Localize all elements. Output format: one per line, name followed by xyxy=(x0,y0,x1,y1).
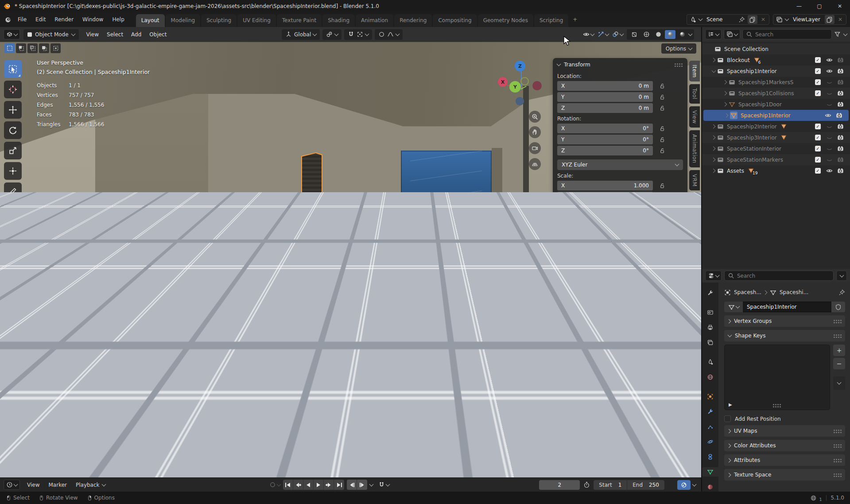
timeline-menu-playback[interactable]: Playback xyxy=(71,480,110,490)
properties-search[interactable] xyxy=(724,271,834,281)
scene-name[interactable]: Scene xyxy=(705,16,736,23)
sidebar-tab-item[interactable]: Item xyxy=(689,61,700,81)
transform-field-rotation-x[interactable]: X0° xyxy=(557,124,653,133)
orientation-dropdown[interactable]: Global xyxy=(282,29,320,40)
transform-field-location-z[interactable]: Z0 m xyxy=(557,103,653,113)
panel-uv-maps[interactable]: UV Maps xyxy=(724,425,845,437)
timeline-snap-dropdown[interactable] xyxy=(378,481,389,488)
exclude-checkbox[interactable]: ✓ xyxy=(815,135,821,140)
outliner-item-label[interactable]: SpaceStationInterior xyxy=(727,146,781,152)
properties-tab-tool[interactable] xyxy=(702,288,718,298)
outliner-item-label[interactable]: Spaceship1Interior xyxy=(741,112,791,119)
shading-solid-button[interactable] xyxy=(653,30,664,39)
shading-dropdown[interactable] xyxy=(688,31,693,36)
camera-render-icon[interactable] xyxy=(837,79,844,85)
tool-transform[interactable] xyxy=(4,162,22,180)
tool-measure[interactable] xyxy=(4,203,22,221)
panel-color-attributes[interactable]: Color Attributes xyxy=(724,440,845,451)
transform-field-scale-x[interactable]: X1.000 xyxy=(557,181,653,190)
viewport-menu-view[interactable]: View xyxy=(82,30,103,39)
expand-icon[interactable] xyxy=(710,158,717,161)
timeline-menu-view[interactable]: View xyxy=(23,480,44,490)
tool-rotate[interactable] xyxy=(4,121,22,139)
properties-tab-scene[interactable] xyxy=(702,357,718,367)
start-frame-field[interactable]: Start1 xyxy=(594,480,627,490)
panel-grip[interactable] xyxy=(675,63,676,65)
lock-icon[interactable] xyxy=(659,205,665,211)
camera-render-icon[interactable] xyxy=(837,101,844,108)
outliner-row-spaceship1collisions[interactable]: Spaceship1Collisions✓ xyxy=(702,88,850,99)
expand-icon[interactable] xyxy=(722,103,729,106)
outliner-item-label[interactable]: Spaceship1MarkersS xyxy=(738,79,793,85)
menu-file[interactable]: File xyxy=(13,15,31,24)
pin-icon[interactable] xyxy=(838,289,845,296)
jump-to-start-button[interactable] xyxy=(283,480,293,490)
scene-selector[interactable]: Scene ✕ xyxy=(687,14,769,25)
workspace-tab-geometry-nodes[interactable]: Geometry Nodes xyxy=(478,14,533,27)
outliner-item-label[interactable]: Spaceship1Collisions xyxy=(738,90,794,97)
panel-shape-keys[interactable]: Shape Keys xyxy=(724,330,845,341)
select-subtract-button[interactable] xyxy=(27,43,38,53)
proportional-circle-icon[interactable] xyxy=(378,31,385,38)
workspace-tab-modeling[interactable]: Modeling xyxy=(166,14,201,27)
outliner-item-label[interactable]: Blockout xyxy=(727,57,750,63)
camera-render-icon[interactable] xyxy=(837,123,844,130)
lock-icon[interactable] xyxy=(659,94,665,100)
workspace-tab-layout[interactable]: Layout xyxy=(136,14,165,27)
properties-tab-data[interactable] xyxy=(702,467,718,477)
shading-wireframe-button[interactable] xyxy=(641,30,652,39)
camera-render-icon[interactable] xyxy=(837,90,844,97)
outliner-row-spaceship1door[interactable]: Spaceship1Door xyxy=(702,99,850,110)
workspace-tab-sculpting[interactable]: Sculpting xyxy=(201,14,237,27)
properties-tab-world[interactable] xyxy=(702,372,718,382)
tool-select-box[interactable] xyxy=(4,60,22,78)
play-button[interactable] xyxy=(314,480,324,490)
outliner-row-spacestationmarkers[interactable]: SpaceStationMarkers✓ xyxy=(702,154,850,165)
eye-closed-icon[interactable] xyxy=(826,101,833,108)
xray-toggle[interactable] xyxy=(629,30,640,39)
properties-tab-view-layer[interactable] xyxy=(702,338,718,347)
workspace-tab-scripting[interactable]: Scripting xyxy=(534,14,568,27)
tool-add-cube[interactable] xyxy=(4,223,22,241)
transform-field-rotation-z[interactable]: Z0° xyxy=(557,146,653,155)
breadcrumb-data[interactable]: Spaceshi... xyxy=(780,289,808,295)
properties-tab-modifiers[interactable] xyxy=(702,407,718,416)
lock-icon[interactable] xyxy=(659,147,665,154)
camera-render-icon[interactable] xyxy=(837,57,844,63)
camera-view-button[interactable] xyxy=(529,142,541,154)
expand-icon[interactable] xyxy=(710,125,717,128)
outliner-item-label[interactable]: SpaceStationMarkers xyxy=(727,157,783,163)
menu-help[interactable]: Help xyxy=(108,15,128,24)
expand-icon[interactable] xyxy=(710,70,717,72)
overlays-dropdown[interactable] xyxy=(612,31,623,38)
sidebar-tab-view[interactable]: View xyxy=(689,106,700,128)
outliner-row-blockout[interactable]: Blockout6✓ xyxy=(702,54,850,66)
next-keyframe-button[interactable] xyxy=(324,480,334,490)
eye-icon[interactable] xyxy=(826,57,833,63)
eye-icon[interactable] xyxy=(826,68,833,74)
outliner-row-spacestationinterior[interactable]: SpaceStationInterior✓ xyxy=(702,143,850,154)
workspace-tab-animation[interactable]: Animation xyxy=(356,14,393,27)
viewport-menu-select[interactable]: Select xyxy=(103,30,127,39)
expand-icon[interactable] xyxy=(722,81,729,84)
tool-move[interactable] xyxy=(4,101,22,119)
exclude-checkbox[interactable]: ✓ xyxy=(815,90,821,96)
outliner-item-label[interactable]: Spaceship1Door xyxy=(738,101,782,108)
transform-field-dimensions-x[interactable]: X19.2 m xyxy=(557,223,673,233)
shape-keys-list[interactable]: ▶ xyxy=(724,345,830,410)
viewlayer-selector[interactable]: ViewLayer ✕ xyxy=(773,14,846,25)
exclude-checkbox[interactable]: ✓ xyxy=(815,124,821,129)
lock-icon[interactable] xyxy=(659,125,665,132)
eye-closed-icon[interactable] xyxy=(826,145,833,152)
menu-window[interactable]: Window xyxy=(78,15,108,24)
remove-shape-key-button[interactable]: − xyxy=(833,358,845,369)
viewport-3d[interactable]: Object Mode ViewSelectAddObject Global xyxy=(0,27,701,477)
outliner-row-scene-collection[interactable]: Scene Collection xyxy=(702,43,850,54)
select-intersect-button[interactable] xyxy=(50,43,61,53)
transform-field-location-x[interactable]: X0 m xyxy=(557,81,653,91)
expand-icon[interactable] xyxy=(710,147,717,150)
transform-field-scale-z[interactable]: Z1.000 xyxy=(557,203,653,213)
filter-icon[interactable] xyxy=(834,31,841,38)
add-shape-key-button[interactable]: + xyxy=(833,345,845,356)
workspace-tab-compositing[interactable]: Compositing xyxy=(433,14,477,27)
